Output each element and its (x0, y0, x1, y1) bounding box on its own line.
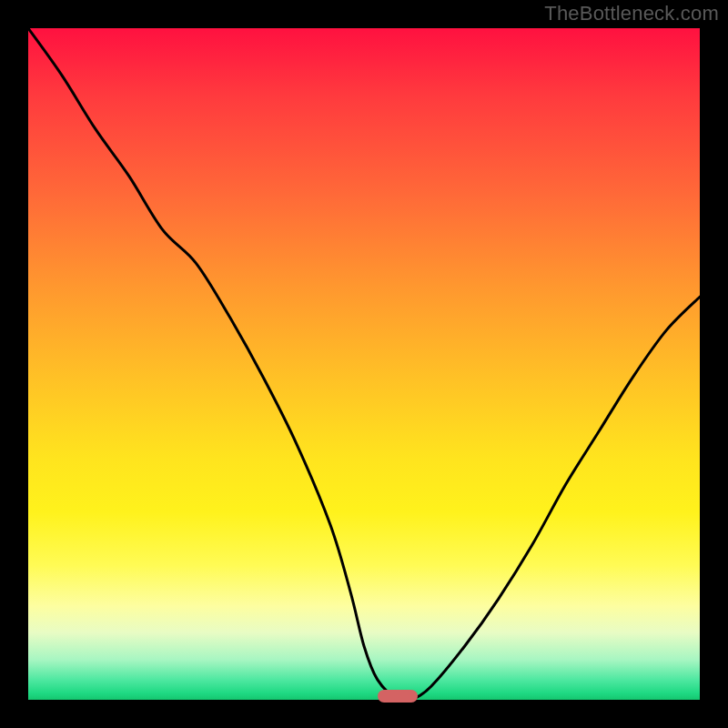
chart-container: TheBottleneck.com (0, 0, 728, 728)
plot-area (28, 28, 700, 700)
watermark-text: TheBottleneck.com (544, 2, 719, 25)
bottleneck-curve (28, 28, 700, 700)
optimal-marker (378, 690, 418, 703)
curve-svg (28, 28, 700, 700)
